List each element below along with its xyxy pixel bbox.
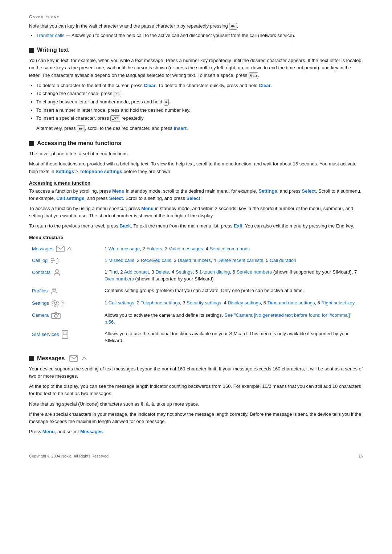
service-numbers-link[interactable]: Service numbers xyxy=(237,269,272,275)
messages-body2: At the top of the display, you can see t… xyxy=(29,383,363,397)
write-message-link[interactable]: Write message xyxy=(109,246,140,251)
display-settings-link[interactable]: Display settings xyxy=(228,300,261,305)
transfer-calls-desc: — Allows you to connect the held call to… xyxy=(66,33,295,38)
messages-menu-link[interactable]: Menu xyxy=(42,429,55,434)
call-settings-link-2[interactable]: Call settings xyxy=(109,300,134,305)
missed-calls-link[interactable]: Missed calls xyxy=(109,258,134,263)
accessing-menu-heading-container: Accessing the menu functions xyxy=(29,140,363,147)
select-link-3[interactable]: Select xyxy=(187,196,200,201)
svg-point-5 xyxy=(56,270,58,272)
settings-link-2[interactable]: Settings xyxy=(258,188,277,194)
camera-nav-link[interactable]: Camera xyxy=(32,312,49,319)
menu-item-simservices-desc: Allows you to use the additional functio… xyxy=(102,328,363,346)
footer-copyright: Copyright © 2004 Nokia. All Rights Reser… xyxy=(29,454,110,458)
right-select-key-link[interactable]: Right select key xyxy=(321,300,355,305)
transfer-calls-link[interactable]: Transfer calls xyxy=(36,33,65,38)
insert-link[interactable]: Insert xyxy=(174,126,187,131)
menu-row-profiles: Profiles Contains setting groups (profil… xyxy=(29,285,363,297)
settings-link-1[interactable]: Settings xyxy=(56,169,74,174)
menu-link-2[interactable]: Menu xyxy=(141,206,154,211)
writing-text-heading: Writing text xyxy=(37,47,69,53)
svg-point-11 xyxy=(54,315,57,317)
contacts-nav-link[interactable]: Contacts xyxy=(32,269,50,276)
one-touch-dialing-link[interactable]: 1-touch dialing xyxy=(199,269,230,275)
accessing-a-menu-subheading: Accessing a menu function xyxy=(29,180,363,186)
profiles-nav-link[interactable]: Profiles xyxy=(32,287,48,295)
folders-link[interactable]: Folders xyxy=(146,246,162,251)
menu-row-contacts: Contacts 1 Find, 2 Add contact, 3 Delete… xyxy=(29,266,363,285)
writing-text-bullets: To delete a character to the left of the… xyxy=(36,82,363,122)
select-link-2[interactable]: Select xyxy=(109,196,123,201)
simservices-icon xyxy=(61,330,69,339)
menu-item-contacts-desc: 1 Find, 2 Add contact, 3 Delete, 4 Setti… xyxy=(102,266,363,285)
call-settings-link[interactable]: Call settings xyxy=(56,196,84,201)
bullet-case: To change the character case, press ⌤. xyxy=(36,90,363,97)
call-duration-link[interactable]: Call duration xyxy=(270,258,296,263)
messages-section-square-icon xyxy=(29,356,34,361)
calllog-nav-link[interactable]: Call log xyxy=(32,257,48,264)
messages-nav-link[interactable]: Messages xyxy=(32,245,53,253)
menu-row-calllog: Call log 1 Missed calls, 2 Received call… xyxy=(29,255,363,266)
key-symbol: ✱▸ xyxy=(229,23,237,30)
access-body3: To return to the previous menu level, pr… xyxy=(29,222,363,230)
svg-point-12 xyxy=(58,314,60,315)
telephone-settings-link[interactable]: Telephone settings xyxy=(79,169,122,174)
service-commands-link[interactable]: Service commands xyxy=(210,246,250,251)
access-body1: To access a function by scrolling, press… xyxy=(29,188,363,202)
menu-item-settings-desc: 1 Call settings, 2 Telephone settings, 3… xyxy=(102,297,363,309)
messages-icon xyxy=(56,246,65,252)
delete-recent-link[interactable]: Delete recent call lists xyxy=(217,258,263,263)
menu-structure-table: Messages 1 Write message, 2 Folders, 3 V… xyxy=(29,243,363,346)
accessing-menu-body1: The cover phone offers a set of menu fun… xyxy=(29,150,363,157)
simservices-nav-link[interactable]: SIM services xyxy=(32,331,59,338)
menu-item-camera-desc: Allows you to activate the camera and de… xyxy=(102,309,363,328)
bullet-special-char: To insert a special character, press 1⌤ … xyxy=(36,115,363,122)
writing-text-body1-text: You can key in text, for example, when y… xyxy=(29,58,362,78)
menu-row-settings: Settings 1 Call settings, 2 Telephone se… xyxy=(29,297,363,309)
delete-link[interactable]: Delete xyxy=(155,269,169,275)
menu-row-camera: Camera Allows you to activate the camera… xyxy=(29,309,363,328)
messages-body4: If there are special characters in your … xyxy=(29,411,363,425)
clear-link-1[interactable]: Clear xyxy=(144,83,156,88)
svg-rect-14 xyxy=(63,332,67,335)
space-key-symbol: 0⌴ xyxy=(249,72,258,79)
add-contact-link[interactable]: Add contact xyxy=(124,269,149,275)
contacts-settings-link[interactable]: Settings xyxy=(176,269,193,275)
menu-item-messages-label: Messages xyxy=(32,245,99,253)
voice-messages-link[interactable]: Voice messages xyxy=(169,246,203,251)
settings-icon xyxy=(52,299,60,307)
clear-link-2[interactable]: Clear xyxy=(259,83,271,88)
transfer-calls-item: Transfer calls — Allows you to connect t… xyxy=(36,32,363,39)
messages-select-link[interactable]: Messages xyxy=(80,429,103,434)
back-link[interactable]: Back xyxy=(119,223,131,229)
received-calls-link[interactable]: Received calls xyxy=(141,258,171,263)
menu-item-calllog-label: Call log xyxy=(32,257,99,264)
writing-text-square-icon xyxy=(29,48,34,53)
dialed-numbers-link[interactable]: Dialed numbers xyxy=(178,258,211,263)
own-numbers-link[interactable]: Own numbers xyxy=(105,276,134,282)
messages-section-arrow-icon xyxy=(81,356,87,361)
security-settings-link[interactable]: Security settings xyxy=(187,300,221,305)
messages-section-heading: Messages xyxy=(37,355,65,362)
bullet-number-mode: To change between letter and number mode… xyxy=(36,98,363,106)
select-link-1[interactable]: Select xyxy=(302,188,316,194)
menu-item-settings-label: Settings xyxy=(32,299,99,307)
footer: Copyright © 2004 Nokia. All Rights Reser… xyxy=(29,450,363,458)
messages-section-icon xyxy=(69,355,78,362)
intro-note: Note that you can key in the wait charac… xyxy=(29,22,363,30)
find-link[interactable]: Find xyxy=(109,269,118,275)
menu-link-1[interactable]: Menu xyxy=(112,188,124,194)
camera-see-link[interactable]: See "Camera [No generated text before fo… xyxy=(105,312,351,325)
settings-nav-link[interactable]: Settings xyxy=(32,300,49,307)
exit-link[interactable]: Exit xyxy=(234,223,242,229)
writing-text-heading-container: Writing text xyxy=(29,47,363,53)
messages-body5: Press Menu, and select Messages. xyxy=(29,428,363,435)
messages-body3: Note that using special (Unicode) charac… xyxy=(29,401,363,408)
telephone-settings-link-2[interactable]: Telephone settings xyxy=(141,300,180,305)
accessing-menu-heading: Accessing the menu functions xyxy=(37,140,121,147)
accessing-menu-body2: Most of these functions are provided wit… xyxy=(29,160,363,175)
menu-item-profiles-desc: Contains setting groups (profiles) that … xyxy=(102,285,363,297)
svg-point-9 xyxy=(62,302,64,304)
time-date-settings-link[interactable]: Time and date settings xyxy=(267,300,315,305)
menu-item-messages-desc: 1 Write message, 2 Folders, 3 Voice mess… xyxy=(102,243,363,255)
